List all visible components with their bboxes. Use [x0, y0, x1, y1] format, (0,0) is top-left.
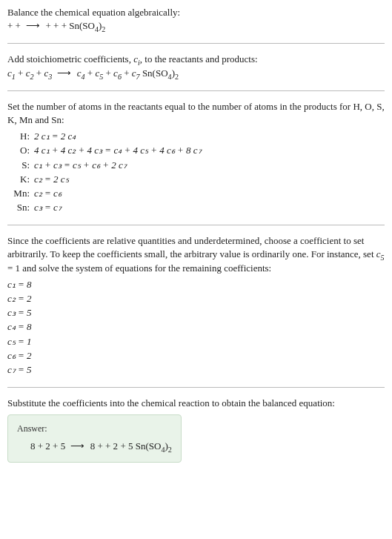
compound-sn-so4-2: Sn(SO4)2	[142, 67, 179, 79]
atom-row: H: 2 c₁ = 2 c₄	[7, 130, 385, 143]
stoich-intro: Add stoichiometric coefficients, ci, to …	[7, 53, 385, 66]
divider	[7, 225, 385, 225]
atom-row: S: c₁ + c₃ = c₅ + c₆ + 2 c₇	[7, 159, 385, 172]
element-equation: c₂ = 2 c₅	[34, 173, 69, 186]
element-label: O:	[7, 144, 34, 157]
element-equation: c₃ = c₇	[34, 201, 62, 214]
element-label: S:	[7, 159, 34, 172]
coef-row: c₄ = 8	[7, 320, 385, 334]
atom-row: Mn: c₂ = c₆	[7, 187, 385, 200]
answer-box: Answer: 8 + 2 + 5 ⟶ 8 + + 2 + 5 Sn(SO4)2	[7, 414, 182, 463]
reaction-arrow: ⟶	[26, 19, 40, 33]
final-section: Substitute the coefficients into the che…	[7, 397, 385, 463]
stoich-equation: c1 + c2 + c3 ⟶ c4 + c5 + c6 + c7 Sn(SO4)…	[7, 67, 385, 80]
divider	[7, 90, 385, 91]
divider	[7, 43, 385, 44]
atom-row: K: c₂ = 2 c₅	[7, 173, 385, 186]
reaction-arrow: ⟶	[57, 67, 71, 80]
coef-row: c₅ = 1	[7, 335, 385, 348]
coefficient-list: c₁ = 8 c₂ = 2 c₃ = 5 c₄ = 8 c₅ = 1 c₆ = …	[7, 278, 385, 377]
atom-row: Sn: c₃ = c₇	[7, 201, 385, 214]
answer-label: Answer:	[17, 423, 172, 435]
coef-row: c₆ = 2	[7, 349, 385, 363]
atom-balance-table: H: 2 c₁ = 2 c₄ O: 4 c₁ + 4 c₂ + 4 c₃ = c…	[7, 130, 385, 214]
coef-row: c₂ = 2	[7, 292, 385, 305]
element-label: Sn:	[7, 201, 34, 214]
element-label: K:	[7, 173, 34, 186]
balanced-equation: 8 + 2 + 5 ⟶ 8 + + 2 + 5 Sn(SO4)2	[17, 440, 172, 453]
solve-intro: Since the coefficients are relative quan…	[7, 234, 385, 275]
solve-section: Since the coefficients are relative quan…	[7, 234, 385, 377]
reaction-arrow: ⟶	[70, 440, 84, 453]
compound-sn-so4-2: Sn(SO4)2	[136, 440, 172, 452]
stoich-section: Add stoichiometric coefficients, ci, to …	[7, 53, 385, 79]
divider	[7, 387, 385, 388]
final-intro: Substitute the coefficients into the che…	[7, 397, 385, 410]
element-label: Mn:	[7, 187, 34, 200]
element-equation: c₁ + c₃ = c₅ + c₆ + 2 c₇	[34, 159, 127, 172]
element-equation: 2 c₁ = 2 c₄	[34, 130, 76, 143]
intro-line1: Balance the chemical equation algebraica…	[7, 6, 385, 19]
element-equation: c₂ = c₆	[34, 187, 62, 200]
element-equation: 4 c₁ + 4 c₂ + 4 c₃ = c₄ + 4 c₅ + 4 c₆ + …	[34, 144, 202, 157]
element-label: H:	[7, 130, 34, 143]
atom-balance-section: Set the number of atoms in the reactants…	[7, 100, 385, 215]
coef-row: c₃ = 5	[7, 306, 385, 320]
intro-section: Balance the chemical equation algebraica…	[7, 6, 385, 33]
ci-symbol: ci	[133, 53, 140, 65]
coef-row: c₁ = 8	[7, 278, 385, 291]
intro-equation: + + ⟶ + + + Sn(SO4)2	[7, 19, 385, 33]
coef-row: c₇ = 5	[7, 363, 385, 377]
atom-balance-intro: Set the number of atoms in the reactants…	[7, 100, 385, 127]
atom-row: O: 4 c₁ + 4 c₂ + 4 c₃ = c₄ + 4 c₅ + 4 c₆…	[7, 144, 385, 157]
compound-sn-so4-2: Sn(SO4)2	[69, 20, 105, 31]
